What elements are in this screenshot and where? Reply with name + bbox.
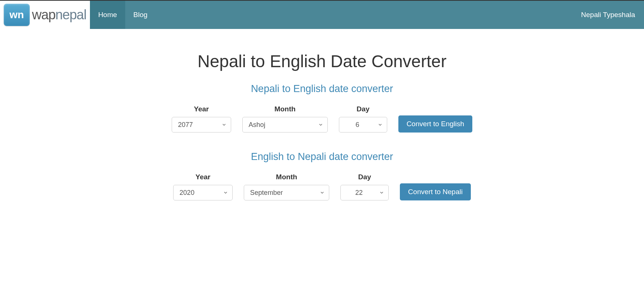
- select-day-english[interactable]: 22: [340, 185, 389, 200]
- label-month: Month: [274, 105, 295, 113]
- field-month-english: Month September: [244, 173, 329, 200]
- label-year: Year: [195, 173, 210, 181]
- nav-link-typeshala[interactable]: Nepali Typeshala: [572, 1, 644, 29]
- field-day-english: Day 22: [340, 173, 389, 200]
- converter-nepali-to-english: Year 2077 Month Ashoj Day: [125, 105, 519, 133]
- field-day-nepali: Day 6: [339, 105, 387, 133]
- select-day-nepali[interactable]: 6: [339, 117, 387, 133]
- section-title-english-to-nepali: English to Nepali date converter: [125, 151, 519, 163]
- converter-english-to-nepali: Year 2020 Month September: [125, 173, 519, 200]
- navbar: wn wapnepal Home Blog Nepali Typeshala: [0, 0, 644, 29]
- section-title-nepali-to-english: Nepali to English date converter: [125, 83, 519, 95]
- select-year-english[interactable]: 2020: [173, 185, 233, 200]
- select-month-english[interactable]: September: [244, 185, 329, 200]
- label-month: Month: [276, 173, 297, 181]
- label-year: Year: [194, 105, 209, 113]
- select-year-nepali[interactable]: 2077: [172, 117, 231, 133]
- convert-to-english-button[interactable]: Convert to English: [398, 115, 472, 133]
- field-year-nepali: Year 2077: [172, 105, 231, 133]
- nav-item-blog[interactable]: Blog: [125, 1, 156, 29]
- logo-text: wapnepal: [32, 7, 86, 23]
- nav-items: Home Blog: [90, 1, 572, 29]
- field-year-english: Year 2020: [173, 173, 233, 200]
- label-day: Day: [356, 105, 369, 113]
- convert-to-nepali-button[interactable]: Convert to Nepali: [400, 183, 471, 200]
- nav-item-home[interactable]: Home: [90, 1, 125, 29]
- field-month-nepali: Month Ashoj: [242, 105, 328, 133]
- label-day: Day: [358, 173, 371, 181]
- select-month-nepali[interactable]: Ashoj: [242, 117, 328, 133]
- main-content: Nepali to English Date Converter Nepali …: [118, 29, 527, 241]
- page-title: Nepali to English Date Converter: [125, 51, 519, 71]
- logo[interactable]: wn wapnepal: [0, 1, 90, 29]
- logo-icon: wn: [4, 4, 30, 26]
